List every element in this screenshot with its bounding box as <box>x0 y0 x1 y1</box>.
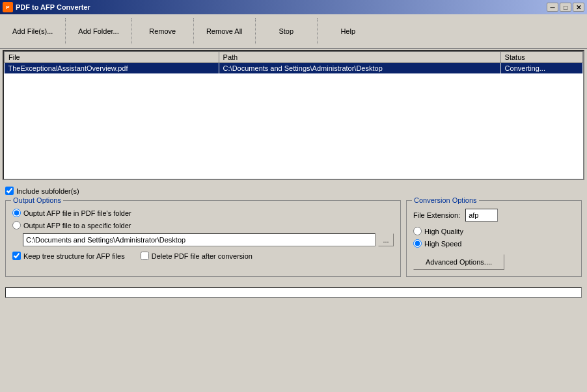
cell-status: Converting... <box>500 63 582 74</box>
radio-pdf-folder[interactable] <box>12 209 21 217</box>
title-bar: P PDF to AFP Converter ─ □ ✕ <box>0 0 587 14</box>
high-speed-label: High Speed <box>424 240 462 248</box>
file-table-container: File Path Status TheExceptionalAssistant… <box>3 50 584 180</box>
folder-path-input[interactable] <box>23 233 375 246</box>
file-extension-label: File Extension: <box>413 211 460 219</box>
keep-tree-structure-row: Keep tree structure for AFP files <box>12 252 125 260</box>
delete-pdf-row: Delete PDF file after conversion <box>141 252 253 260</box>
advanced-options-button[interactable]: Advanced Options.... <box>413 254 504 270</box>
cell-path: C:\Documents and Settings\Administrator\… <box>219 63 500 74</box>
conversion-options-group: Conversion Options File Extension: High … <box>406 200 582 277</box>
bottom-panel: Include subfolder(s) Output Options Oupt… <box>0 181 587 282</box>
separator-2 <box>131 18 132 44</box>
toolbar: Add File(s)... Add Folder... Remove Remo… <box>0 14 587 49</box>
include-subfolders-checkbox[interactable] <box>5 187 14 195</box>
separator-5 <box>317 18 318 44</box>
close-button[interactable]: ✕ <box>573 3 584 12</box>
progress-bar-container <box>5 287 582 298</box>
radio-pdf-folder-row: Ouptut AFP file in PDF file's folder <box>12 209 394 217</box>
add-folder-button[interactable]: Add Folder... <box>67 17 130 46</box>
radio-specific-folder-label: Output AFP file to a specific folder <box>23 222 131 229</box>
maximize-button[interactable]: □ <box>560 3 571 12</box>
radio-specific-folder-row: Output AFP file to a specific folder <box>12 221 394 229</box>
separator-3 <box>193 18 194 44</box>
remove-all-button[interactable]: Remove All <box>195 17 254 46</box>
col-header-path: Path <box>219 52 500 63</box>
app-icon: P <box>3 2 13 12</box>
folder-input-row: ... <box>23 233 394 246</box>
radio-high-quality[interactable] <box>413 227 422 235</box>
high-quality-label: High Quality <box>424 228 463 235</box>
help-button[interactable]: Help <box>319 17 377 46</box>
output-options-group: Output Options Ouptut AFP file in PDF fi… <box>5 200 401 277</box>
high-quality-row: High Quality <box>413 227 575 235</box>
radio-specific-folder[interactable] <box>12 221 21 229</box>
browse-button[interactable]: ... <box>378 233 394 246</box>
output-options-title: Output Options <box>11 196 63 204</box>
delete-pdf-checkbox[interactable] <box>141 252 149 260</box>
radio-pdf-folder-label: Ouptut AFP file in PDF file's folder <box>23 209 131 217</box>
file-table: File Path Status TheExceptionalAssistant… <box>4 51 583 73</box>
stop-button[interactable]: Stop <box>257 17 316 46</box>
table-row[interactable]: TheExceptionalAssistantOverview.pdfC:\Do… <box>5 63 583 74</box>
add-files-button[interactable]: Add File(s)... <box>1 17 64 46</box>
delete-pdf-label: Delete PDF file after conversion <box>152 252 253 260</box>
high-speed-row: High Speed <box>413 239 575 248</box>
minimize-button[interactable]: ─ <box>547 3 558 12</box>
file-extension-row: File Extension: <box>413 209 575 222</box>
app-title: PDF to AFP Converter <box>16 3 90 11</box>
table-header-row: File Path Status <box>5 52 583 63</box>
separator-1 <box>65 18 66 44</box>
keep-tree-checkbox[interactable] <box>12 252 21 260</box>
remove-button[interactable]: Remove <box>133 17 192 46</box>
file-extension-input[interactable] <box>465 209 498 222</box>
col-header-file: File <box>5 52 219 63</box>
include-subfolders-label: Include subfolder(s) <box>16 187 79 195</box>
keep-tree-label: Keep tree structure for AFP files <box>23 252 125 260</box>
options-row: Output Options Ouptut AFP file in PDF fi… <box>5 200 582 277</box>
cell-file: TheExceptionalAssistantOverview.pdf <box>5 63 219 74</box>
title-bar-left: P PDF to AFP Converter <box>3 2 90 12</box>
col-header-status: Status <box>500 52 582 63</box>
separator-4 <box>255 18 256 44</box>
include-subfolder-row: Include subfolder(s) <box>5 187 582 195</box>
radio-high-speed[interactable] <box>413 239 422 248</box>
title-bar-buttons[interactable]: ─ □ ✕ <box>547 3 584 12</box>
conversion-options-title: Conversion Options <box>412 196 479 204</box>
